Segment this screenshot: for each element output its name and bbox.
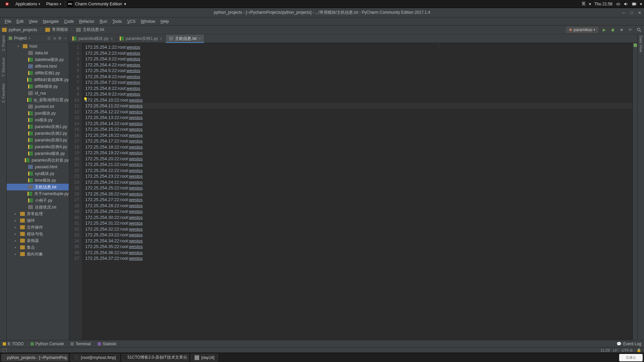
chevron-icon[interactable]: ▸ <box>15 219 18 222</box>
tree-item[interactable]: id_rsa <box>7 90 69 97</box>
file-encoding[interactable]: UTF-8: <box>622 348 633 352</box>
breadcrumb-segment[interactable]: 主机信息.txt <box>83 27 104 33</box>
breadcrumb[interactable]: python_projects〉常用模块〉主机信息.txt <box>2 27 104 33</box>
tree-item[interactable]: ▸装饰器 <box>7 237 69 244</box>
hide-icon[interactable]: ─ <box>64 36 67 41</box>
menu-refactor[interactable]: Refactor <box>76 19 97 24</box>
settings-icon[interactable]: ⚙ <box>58 36 62 41</box>
event-log[interactable]: 💬Event Log <box>616 342 641 346</box>
menu-places[interactable]: Places▾ <box>44 2 64 6</box>
lightbulb-icon[interactable]: 💡 <box>83 97 88 102</box>
tool-tab----project[interactable]: 1: Project <box>1 36 5 51</box>
close-tab-icon[interactable]: × <box>199 37 201 41</box>
tree-item[interactable]: ▸模块与包 <box>7 231 69 237</box>
line-separator[interactable]: LF: <box>613 348 619 352</box>
tree-item[interactable]: ▸异常处理 <box>7 210 69 217</box>
chevron-icon[interactable]: ▸ <box>15 212 18 216</box>
tree-item[interactable]: ▸集合 <box>7 244 69 251</box>
code-content[interactable]: 172.25.254.1:22:root:westos172.25.254.2:… <box>82 43 633 340</box>
stop-button[interactable]: ■ <box>619 27 625 33</box>
tool-tab----structure[interactable]: 7: Structure <box>1 58 5 77</box>
menu-run[interactable]: Run <box>97 19 110 24</box>
window-close[interactable]: ✕ <box>637 10 643 15</box>
chevron-icon[interactable]: ▸ <box>15 252 18 256</box>
run-config-selector[interactable]: paramikoo▾ <box>566 27 598 33</box>
tree-item[interactable]: 主机信息.txt <box>7 184 69 190</box>
close-tab-icon[interactable]: × <box>110 37 112 41</box>
tree-item[interactable]: diffirent.html <box>7 63 69 70</box>
taskbar-item[interactable]: 51CTO博客2.0-原创IT技术文章分... <box>122 354 189 361</box>
tree-item[interactable]: ip_获取地理位置.py <box>7 97 69 103</box>
debug-button[interactable] <box>610 27 616 33</box>
chevron-icon[interactable]: ▸ <box>15 232 18 236</box>
tree-item[interactable]: passwd.html <box>7 164 69 170</box>
editor-tab[interactable]: paramiko实例1.py× <box>116 35 166 43</box>
clock[interactable]: Thu 21:58 <box>594 2 612 6</box>
tree-item[interactable]: datetime模块.py <box>7 56 69 63</box>
tool-window-toggle[interactable] <box>3 348 7 352</box>
tree-item[interactable]: ▾host <box>7 43 69 50</box>
menu-tools[interactable]: Tools <box>110 19 124 24</box>
update-button[interactable]: ⟳ <box>627 27 633 33</box>
close-tab-icon[interactable]: × <box>160 37 162 41</box>
tool-tab-data-view[interactable]: Data View <box>639 36 643 52</box>
network-icon[interactable] <box>616 2 621 6</box>
tree-item[interactable]: time模块.py <box>7 177 69 184</box>
collapse-all-icon[interactable]: ⇲ <box>53 36 56 41</box>
bottom-tool-terminal[interactable]: Terminal <box>70 342 91 346</box>
tree-item[interactable]: data.txt <box>7 50 69 56</box>
tree-item[interactable]: paramko再次封装.py <box>7 157 69 164</box>
tree-item[interactable]: os模块.py <box>7 117 69 123</box>
tree-item[interactable]: difflib实例1.py <box>7 70 69 76</box>
tree-item[interactable]: difflib模块.py <box>7 83 69 90</box>
chevron-icon[interactable]: ▸ <box>15 226 18 229</box>
readonly-lock-icon[interactable]: 🔒 <box>637 348 641 352</box>
menu-view[interactable]: View <box>26 19 40 24</box>
tree-item[interactable]: json模块.py <box>7 110 69 117</box>
taskbar-item[interactable]: python_projects - [~/PycharmProj... <box>1 354 68 361</box>
editor-tab[interactable]: paramiko模块.py× <box>69 35 116 43</box>
input-method[interactable]: 英 <box>582 1 586 7</box>
taskbar-item[interactable]: [root@myhost:/tmp] <box>70 354 120 361</box>
tree-item[interactable]: jsontext.txt <box>7 103 69 110</box>
tool-tab----favorites[interactable]: 2: Favorites <box>1 83 5 103</box>
error-stripe[interactable] <box>633 43 637 340</box>
volume-icon[interactable] <box>624 2 629 6</box>
search-everywhere[interactable] <box>636 27 642 33</box>
bottom-tool-python-console[interactable]: Python Console <box>31 342 64 346</box>
run-button[interactable]: ▶ <box>601 27 607 33</box>
project-tree[interactable]: ▾hostdata.txtdatetime模块.pydiffirent.html… <box>7 42 69 340</box>
menu-navigate[interactable]: Navigate <box>40 19 61 24</box>
menu-code[interactable]: Code <box>61 19 76 24</box>
taskbar-item[interactable]: [day18] <box>191 354 218 361</box>
activities-icon[interactable] <box>2 2 12 6</box>
tree-item[interactable]: ▸面向对象 <box>7 251 69 257</box>
line-gutter[interactable]: 1234567891011121314151617181920212223242… <box>69 43 82 340</box>
cursor-position[interactable]: 11:29 <box>600 348 610 352</box>
tree-item[interactable]: sys模块.py <box>7 170 69 177</box>
tree-item[interactable]: paramiko实例2.py <box>7 130 69 137</box>
breadcrumb-segment[interactable]: python_projects <box>9 27 37 32</box>
menu-applications[interactable]: Applications▾ <box>13 2 43 6</box>
menu-file[interactable]: File <box>2 19 14 24</box>
menu-window[interactable]: Window <box>138 19 158 24</box>
text-editor[interactable]: 1234567891011121314151617181920212223242… <box>69 43 637 340</box>
tree-item[interactable]: 关于namedtuple.py <box>7 190 69 197</box>
tree-item[interactable]: 连接状况.txt <box>7 204 69 210</box>
bottom-tool-statistic[interactable]: Statistic <box>98 342 117 346</box>
tree-item[interactable]: ▸文件操作 <box>7 224 69 231</box>
battery-icon[interactable] <box>632 2 637 6</box>
tree-item[interactable]: difflib封装成脚本.py <box>7 76 69 83</box>
menu-edit[interactable]: Edit <box>14 19 26 24</box>
project-view-label[interactable]: Project <box>14 36 26 41</box>
menu-vcs[interactable]: VCS <box>124 19 138 24</box>
scroll-to-source-icon[interactable]: ⊙ <box>47 36 51 41</box>
window-maximize[interactable]: □ <box>629 10 635 15</box>
tree-item[interactable]: paramiko实例4.py <box>7 143 69 150</box>
tree-item[interactable]: ▸循环 <box>7 217 69 224</box>
chevron-icon[interactable]: ▸ <box>15 246 18 249</box>
tree-item[interactable]: paramiko实例3.py <box>7 137 69 143</box>
editor-tab[interactable]: 主机信息.txt× <box>166 35 204 43</box>
menu-help[interactable]: Help <box>158 19 172 24</box>
tree-item[interactable]: paramiko实例1.py <box>7 123 69 130</box>
